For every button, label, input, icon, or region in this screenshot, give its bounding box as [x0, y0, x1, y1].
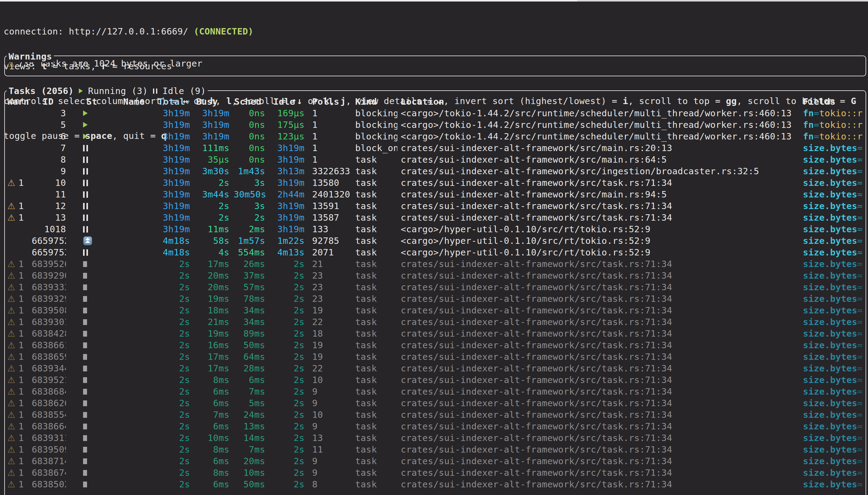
task-row[interactable]: ⚠1103h19m2s3s3h19m13580taskcrates/sui-in… — [5, 177, 866, 189]
column-header-state[interactable]: State — [66, 96, 97, 107]
cell-name — [97, 142, 158, 154]
task-row[interactable]: ⚠168395212s8ms6ms2s10taskcrates/sui-inde… — [5, 374, 866, 386]
cell-busy: 58s — [194, 235, 234, 246]
cell-total: 3h19m — [158, 177, 194, 189]
task-row[interactable]: ⚠168393292s19ms78ms2s23taskcrates/sui-in… — [5, 293, 866, 305]
cell-total: 2s — [158, 281, 194, 293]
cell-sched: 24ms — [234, 409, 269, 421]
task-row[interactable]: ⚠168395262s17ms26ms2s21taskcrates/sui-in… — [5, 258, 866, 270]
task-row[interactable]: 63h19m3h19m0ns123µs1blocking<cargo>/toki… — [5, 131, 866, 142]
cell-busy: 6ms — [194, 421, 234, 432]
field-equals: = — [857, 433, 863, 443]
column-header-name[interactable]: Name — [97, 96, 158, 107]
cell-fields: fn=tokio::r — [803, 131, 866, 142]
cell-location: crates/sui-indexer-alt-framework/src/tas… — [397, 421, 803, 432]
idle-state-icon — [83, 226, 88, 233]
task-row[interactable]: ⚠168386642s6ms13ms2s9taskcrates/sui-inde… — [5, 421, 866, 432]
cell-name — [97, 397, 158, 409]
task-row[interactable]: ⚠168386262s6ms5ms2s9taskcrates/sui-index… — [5, 397, 866, 409]
cell-id: 6838714 — [32, 455, 66, 467]
field-name: size.bytes — [803, 398, 857, 408]
field-name: size.bytes — [803, 444, 857, 455]
cell-warn: ⚠1 — [6, 432, 32, 444]
cell-fields: size.bytes= — [803, 328, 866, 339]
cell-fields: size.bytes= — [803, 432, 866, 444]
task-row[interactable]: ⚠168393332s20ms57ms2s23taskcrates/sui-in… — [5, 281, 866, 293]
cell-total: 3h19m — [158, 223, 194, 235]
task-row[interactable]: 66597524m18s58s1m57s1m22s92785task<cargo… — [5, 235, 866, 246]
column-header-total[interactable]: Total▿ — [158, 96, 194, 107]
cell-idle: 4m13s — [269, 246, 309, 258]
warnings-panel: Warnings ⚠ 738 tasks are 1024 bytes or l… — [4, 55, 866, 76]
cell-state — [66, 246, 97, 258]
field-equals: = — [857, 467, 863, 478]
cell-fields: size.bytes= — [803, 444, 866, 455]
task-row[interactable]: ⚠168393012s21ms34ms2s22taskcrates/sui-in… — [5, 316, 866, 328]
column-header-idle[interactable]: Idle — [269, 96, 309, 107]
cell-warn: ⚠1 — [6, 305, 32, 316]
scrollbar-thumb[interactable] — [0, 0, 577, 1]
task-row[interactable]: 83h19m35µs0ns3h19m1taskcrates/sui-indexe… — [5, 154, 866, 166]
task-row[interactable]: ⚠168387142s6ms20ms2s9taskcrates/sui-inde… — [5, 455, 866, 467]
column-header-id[interactable]: ID — [32, 96, 66, 107]
warning-triangle-icon: ⚠ — [7, 340, 15, 351]
task-row[interactable]: ⚠168393112s10ms14ms2s13taskcrates/sui-in… — [5, 432, 866, 444]
column-header-fields[interactable]: Fields — [803, 96, 866, 107]
cell-id: 6838664 — [32, 421, 66, 432]
task-row[interactable]: ⚠168386842s6ms7ms2s9taskcrates/sui-index… — [5, 386, 866, 397]
cell-total: 4m18s — [158, 246, 194, 258]
task-row[interactable]: ⚠168384282s19ms89ms2s18taskcrates/sui-in… — [5, 328, 866, 339]
task-row[interactable]: 93h19m3m30s1m43s3h13m3322633taskcrates/s… — [5, 166, 866, 177]
cell-kind: task — [352, 235, 397, 246]
task-row[interactable]: ⚠168393442s17ms28ms2s22taskcrates/sui-in… — [5, 362, 866, 374]
field-equals: = — [857, 340, 863, 351]
task-row[interactable]: ⚠168395092s8ms7ms2s11taskcrates/sui-inde… — [5, 444, 866, 455]
cell-id: 6 — [32, 131, 66, 142]
field-name: size.bytes — [803, 166, 857, 176]
cell-id: 6838661 — [32, 339, 66, 351]
column-header-busy[interactable]: Busy — [194, 96, 234, 107]
task-row[interactable]: ⚠168386742s8ms10ms2s9taskcrates/sui-inde… — [5, 467, 866, 479]
task-row[interactable]: 53h19m3h19m0ns175µs1blocking<cargo>/toki… — [5, 119, 866, 131]
cell-polls: 3322633 — [309, 166, 352, 177]
cell-polls: 133 — [309, 223, 352, 235]
cell-total: 2s — [158, 258, 194, 270]
task-row[interactable]: ⚠168392902s20ms37ms2s23taskcrates/sui-in… — [5, 270, 866, 281]
task-row[interactable]: ⚠168395082s18ms34ms2s19taskcrates/sui-in… — [5, 305, 866, 316]
task-row[interactable]: ⚠168386612s16ms50ms2s19taskcrates/sui-in… — [5, 339, 866, 351]
field-name: size.bytes — [803, 433, 857, 443]
column-header-warn[interactable]: Warn — [6, 96, 32, 107]
task-row[interactable]: ⚠168385542s7ms24ms2s10taskcrates/sui-ind… — [5, 409, 866, 421]
task-row[interactable]: 113h19m3m44s30m50s2h44m2401320taskcrates… — [5, 189, 866, 200]
task-row[interactable]: 66597534m18s4s554ms4m13s2071task<cargo>/… — [5, 246, 866, 258]
cell-kind: task — [352, 455, 397, 467]
cell-idle: 2s — [269, 374, 309, 386]
warn-count: 1 — [18, 398, 24, 408]
warning-triangle-icon: ⚠ — [7, 201, 15, 211]
cell-state — [66, 467, 97, 479]
completed-state-icon — [83, 470, 87, 476]
cell-total: 2s — [158, 432, 194, 444]
column-header-location[interactable]: Location — [397, 96, 803, 107]
task-row[interactable]: ⚠1123h19m2s3s3h19m13591taskcrates/sui-in… — [5, 200, 866, 212]
field-name: size.bytes — [803, 421, 857, 431]
task-row[interactable]: 73h19m111ms0ns3h19m1block_oncrates/sui-i… — [5, 142, 866, 154]
column-header-kind[interactable]: Kind — [352, 96, 397, 107]
warn-count: 1 — [18, 467, 24, 478]
task-row[interactable]: ⚠168386592s17ms64ms2s19taskcrates/sui-in… — [5, 351, 866, 362]
field-name: fn — [803, 108, 814, 118]
column-header-sched[interactable]: Sched — [234, 96, 269, 107]
cell-id: 1018 — [32, 223, 66, 235]
completed-state-icon — [83, 354, 87, 360]
cell-warn — [6, 154, 32, 166]
cell-warn: ⚠1 — [6, 455, 32, 467]
field-equals: = — [857, 386, 863, 397]
cell-id: 6838674 — [32, 467, 66, 479]
window-top-scrollbar[interactable] — [0, 0, 868, 1]
task-row[interactable]: ⚠168385022s6ms50ms2s8taskcrates/sui-inde… — [5, 479, 866, 490]
task-row[interactable]: 10183h19m11ms2ms3h19m133task<cargo>/hype… — [5, 223, 866, 235]
cell-busy: 20ms — [194, 270, 234, 281]
task-row[interactable]: 33h19m3h19m0ns169µs1blocking<cargo>/toki… — [5, 107, 866, 119]
column-header-polls[interactable]: Polls — [309, 96, 352, 107]
task-row[interactable]: ⚠1133h19m2s2s3h19m13587taskcrates/sui-in… — [5, 212, 866, 223]
